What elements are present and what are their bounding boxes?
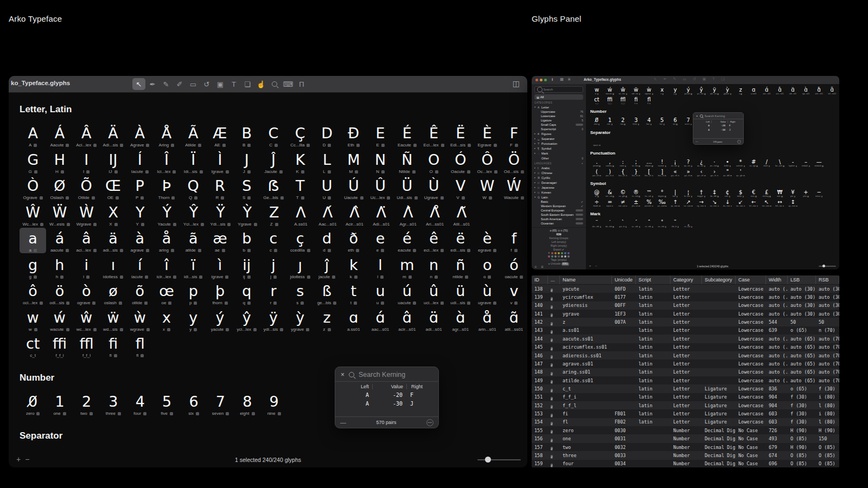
glyph-checkbox[interactable] [66,144,69,147]
glyph-cell[interactable]: IJIJ [100,149,126,175]
sidebar-item-central-european[interactable]: Central European [532,208,586,213]
glyph-cell[interactable]: ±plu...us [629,198,642,208]
glyph-cell[interactable]: èegrave [474,228,501,253]
glyph-cell[interactable]: ȷjdotless [287,254,314,280]
color-dot[interactable] [551,255,553,258]
glyph-cell[interactable]: &am...nd [603,189,616,198]
column-header-category[interactable]: Category [671,275,702,284]
glyph-cell[interactable]: 4four [127,391,154,416]
glyph-checkbox[interactable] [307,249,310,252]
glyph-checkbox[interactable] [626,196,627,197]
glyph-cell[interactable]: ẂWacute [501,175,527,201]
glyph-cell[interactable]: ĵjacute [314,254,340,280]
glyph-checkbox[interactable] [328,170,331,174]
color-dot[interactable] [548,255,550,258]
glyph-checkbox[interactable] [435,170,438,174]
glyph-cell[interactable]: ãatilde [180,228,207,253]
glyph-cell[interactable]: ‰pe...and [655,198,668,208]
glyph-checkbox[interactable] [649,103,651,105]
sidebar-item-small-caps[interactable]: Small Caps [532,123,586,127]
annotation-tool-icon[interactable]: ❏ [241,78,254,90]
color-dot[interactable] [554,255,557,258]
more-options-icon[interactable]: ••• [737,140,741,144]
glyph-cell[interactable]: qq [233,280,260,306]
glyph-cell[interactable]: ·pe...red [708,158,721,168]
zoom-traffic-light[interactable] [544,79,547,81]
glyph-cell[interactable]: XX [100,202,126,227]
rotate-tool-icon[interactable]: ↺ [200,78,213,90]
glyph-checkbox[interactable] [275,223,278,226]
glyph-cell[interactable]: âaci...lex [73,228,100,253]
glyph-cell[interactable]: ﬂfl [642,96,655,105]
mini-titlebar[interactable]: i ⊞ ≡ Arko_Typeface.glyphs Arko ↖ ✒ ✎ ▭ … [532,76,839,85]
glyph-checkbox[interactable] [144,301,148,305]
glyph-checkbox[interactable] [273,275,277,279]
glyph-checkbox[interactable] [650,124,652,125]
no-color-icon[interactable]: ✕ [548,252,550,254]
table-row[interactable]: 152✓f_f_llatinLetterLigatureLowercase904… [532,401,839,409]
glyph-checkbox[interactable] [435,275,438,279]
glyph-checkbox[interactable] [794,196,796,197]
glyph-cell[interactable]: ÝYacute [154,202,180,227]
glyph-checkbox[interactable] [198,249,201,252]
sidebar-item-ligature[interactable]: Ligature5 [532,118,586,123]
glyph-checkbox[interactable] [194,196,197,200]
glyph-checkbox[interactable] [612,165,614,167]
glyph-checkbox[interactable] [227,223,231,226]
glyph-checkbox[interactable] [597,93,599,95]
glyph-cell[interactable]: `gra...b [616,219,629,228]
glyph-cell[interactable]: ẁwgrave [642,86,655,95]
glyph-checkbox[interactable] [636,103,638,105]
glyph-checkbox[interactable] [247,144,251,147]
glyph-checkbox[interactable] [381,301,384,305]
sidebar-item-south-american[interactable]: South American [532,217,586,221]
glyph-cell[interactable]: →rig...row [695,198,708,208]
color-dot[interactable] [561,252,563,254]
glyph-checkbox[interactable] [718,206,719,207]
glyph-checkbox[interactable] [93,223,97,226]
zoom-slider[interactable] [477,459,521,460]
zoom-slider[interactable] [819,266,836,267]
glyph-checkbox[interactable] [515,144,518,147]
glyph-checkbox[interactable] [462,196,465,200]
glyph-cell[interactable]: rr [260,280,286,306]
glyph-checkbox[interactable] [676,124,678,125]
glyph-cell[interactable]: ®re...red [629,189,642,198]
glyph-cell[interactable]: tt [340,280,367,306]
glyph-cell[interactable]: ﬁfi [629,96,642,105]
glyph-cell[interactable]: bb [233,228,260,253]
glyph-checkbox[interactable] [822,165,824,167]
glyph-cell[interactable]: •bullet [721,158,734,168]
glyph-checkbox[interactable] [494,144,497,147]
glyph-checkbox[interactable] [639,165,640,167]
glyph-cell[interactable]: YY [127,202,154,227]
glyph-checkbox[interactable] [796,165,797,167]
glyph-checkbox[interactable] [691,206,693,207]
glyph-checkbox[interactable] [612,93,614,95]
glyph-cell[interactable]: þthorn [207,280,233,306]
glyph-checkbox[interactable] [597,196,599,197]
sidebar-footer-icons[interactable]: ⊖ ⊞ [534,265,545,268]
glyph-cell[interactable]: ]bra...ht [655,168,668,177]
glyph-checkbox[interactable] [92,301,95,305]
glyph-cell[interactable]: ŴWc...lex [20,202,46,227]
glyph-cell[interactable]: ?qu...ion [682,158,695,168]
glyph-checkbox[interactable] [171,144,174,147]
glyph-cell[interactable]: ™tra...ark [642,189,655,198]
sidebar-item-lowercase[interactable]: Lowercase81 [532,114,586,118]
glyph-cell[interactable]: ¸ce...mb [682,219,695,228]
glyph-checkbox[interactable] [86,170,90,174]
glyph-cell[interactable]: äadi...sis [100,228,126,253]
glyph-cell[interactable]: ðeth [340,228,367,253]
glyph-cell[interactable]: —emdash [813,158,826,168]
glyph-checkbox[interactable] [141,354,144,357]
glyph-checkbox[interactable] [493,301,496,305]
glyph-cell[interactable]: HH [46,149,73,175]
glyph-checkbox[interactable] [756,165,758,167]
glyph-cell[interactable]: òograve [73,280,100,306]
glyph-checkbox[interactable] [729,196,731,197]
glyph-checkbox[interactable] [625,165,627,167]
glyph-cell[interactable]: ≠not...ual [616,198,629,208]
kerning-pair-row[interactable]: A -20 F [693,124,743,128]
column-header-rsb[interactable]: RSB [816,275,839,284]
